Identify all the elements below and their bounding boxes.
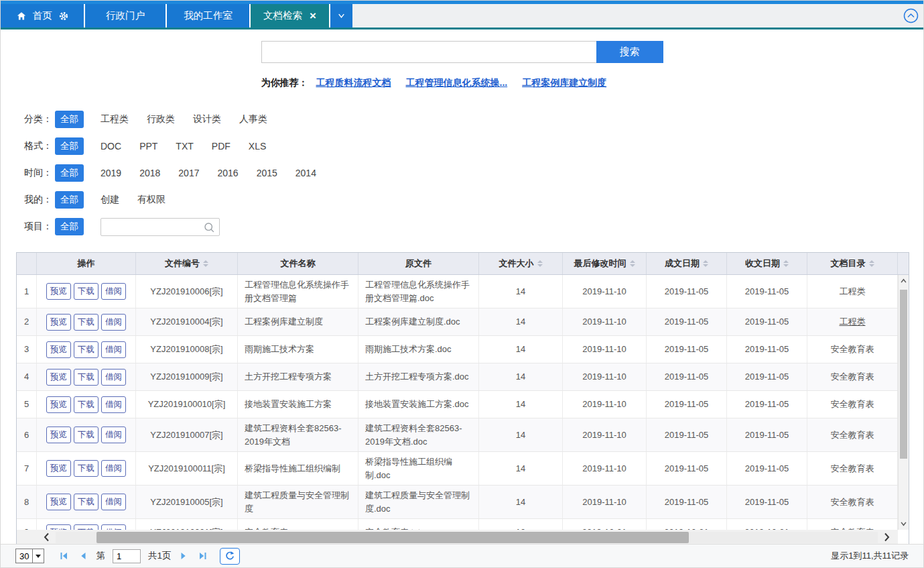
preview-button[interactable]: 预览 [46, 314, 71, 331]
recommend-link[interactable]: 工程管理信息化系统操... [406, 77, 508, 88]
filter-option[interactable]: 工程类 [101, 113, 129, 125]
borrow-button[interactable]: 借阅 [101, 314, 126, 331]
page-number-input[interactable] [113, 549, 141, 563]
sort-icon[interactable] [537, 260, 543, 267]
first-page-button[interactable] [57, 551, 70, 561]
filter-option[interactable]: 人事类 [239, 113, 267, 125]
collapse-toolbar-button[interactable] [903, 8, 919, 23]
preview-button[interactable]: 预览 [46, 341, 71, 358]
column-header[interactable]: 最后修改时间 [563, 253, 647, 274]
filter-option[interactable]: 创建 [101, 194, 119, 206]
sort-icon[interactable] [869, 260, 874, 267]
download-button[interactable]: 下载 [74, 396, 98, 413]
cell-file-number: YZJ2019100010[宗] [136, 391, 238, 418]
preview-button[interactable]: 预览 [46, 369, 71, 386]
last-page-button[interactable] [196, 551, 210, 561]
filter-option[interactable]: TXT [176, 141, 193, 152]
sort-icon[interactable] [783, 260, 789, 267]
row-actions: 预览下载借阅 [37, 391, 136, 418]
filter-option[interactable]: 2017 [178, 168, 199, 178]
download-button[interactable]: 下载 [74, 524, 98, 530]
close-icon[interactable]: × [310, 10, 316, 21]
borrow-button[interactable]: 借阅 [101, 460, 126, 477]
refresh-button[interactable] [220, 548, 240, 565]
column-header[interactable]: 收文日期 [727, 253, 807, 274]
preview-button[interactable]: 预览 [46, 283, 71, 300]
borrow-button[interactable]: 借阅 [101, 494, 126, 510]
horizontal-scrollbar[interactable] [17, 530, 898, 545]
scroll-right-icon[interactable] [883, 532, 891, 543]
prev-page-button[interactable] [76, 551, 90, 561]
cell-directory[interactable]: 工程类 [807, 308, 898, 335]
scroll-left-icon[interactable] [42, 532, 50, 543]
filter-option-all-selected[interactable]: 全部 [55, 191, 84, 209]
borrow-button[interactable]: 借阅 [101, 427, 126, 443]
cell-file-size: 14 [479, 452, 563, 485]
filter-option[interactable]: XLS [249, 141, 266, 152]
preview-button[interactable]: 预览 [46, 524, 71, 530]
recommend-link[interactable]: 工程案例库建立制度 [522, 77, 606, 88]
project-filter-input[interactable] [101, 218, 220, 236]
borrow-button[interactable]: 借阅 [101, 396, 126, 413]
search-button[interactable]: 搜索 [596, 41, 663, 63]
search-input[interactable] [261, 41, 596, 63]
filter-option[interactable]: 2016 [217, 168, 238, 178]
download-button[interactable]: 下载 [74, 369, 98, 386]
scroll-down-icon[interactable] [899, 518, 909, 530]
tab-list-dropdown[interactable] [330, 4, 352, 27]
vertical-scrollbar[interactable] [898, 275, 909, 530]
sort-icon[interactable] [203, 260, 208, 267]
chevron-down-icon [336, 11, 346, 21]
filter-option[interactable]: 2019 [101, 168, 121, 178]
gear-icon[interactable] [58, 11, 69, 21]
filter-option[interactable]: PDF [212, 141, 230, 152]
preview-button[interactable]: 预览 [46, 396, 71, 413]
tab-home[interactable]: 首页 [1, 4, 85, 27]
filter-option[interactable]: 2014 [295, 168, 316, 178]
column-header[interactable]: 成文日期 [647, 253, 727, 274]
horizontal-scroll-track[interactable] [56, 532, 878, 543]
download-button[interactable]: 下载 [74, 460, 98, 477]
vertical-scroll-track[interactable] [899, 287, 909, 518]
borrow-button[interactable]: 借阅 [101, 524, 126, 530]
filter-option[interactable]: 2015 [257, 168, 277, 178]
filter-option[interactable]: 行政类 [147, 113, 175, 125]
preview-button[interactable]: 预览 [46, 427, 71, 443]
filter-option[interactable]: PPT [139, 141, 157, 152]
sort-icon[interactable] [703, 260, 708, 267]
vertical-scroll-thumb[interactable] [900, 290, 907, 459]
horizontal-scroll-thumb[interactable] [96, 532, 688, 543]
page-size-select[interactable]: 30 [15, 549, 44, 563]
borrow-button[interactable]: 借阅 [101, 369, 126, 386]
download-button[interactable]: 下载 [74, 314, 98, 331]
row-actions: 预览下载借阅 [37, 486, 136, 518]
column-header[interactable]: 文件编号 [136, 253, 238, 274]
filter-option-all-selected[interactable]: 全部 [55, 111, 84, 128]
borrow-button[interactable]: 借阅 [101, 283, 126, 300]
tab-admin-portal[interactable]: 行政门户 [85, 4, 167, 27]
filter-option[interactable]: 设计类 [193, 113, 221, 125]
tab-document-search[interactable]: 文档检索 × [251, 4, 330, 27]
download-button[interactable]: 下载 [74, 494, 98, 510]
next-page-button[interactable] [177, 551, 190, 561]
filter-option-all-selected[interactable]: 全部 [55, 137, 84, 155]
scroll-up-icon[interactable] [899, 275, 909, 287]
preview-button[interactable]: 预览 [46, 460, 71, 477]
download-button[interactable]: 下载 [74, 427, 98, 443]
sort-icon[interactable] [630, 260, 635, 267]
column-header[interactable]: 文件大小 [479, 253, 563, 274]
filter-option[interactable]: 2018 [139, 168, 160, 178]
borrow-button[interactable]: 借阅 [101, 341, 126, 358]
tab-my-workspace[interactable]: 我的工作室 [167, 4, 251, 27]
cell-directory: 工程类 [807, 275, 898, 308]
filter-option[interactable]: DOC [101, 141, 121, 152]
download-button[interactable]: 下载 [74, 283, 98, 300]
column-header[interactable]: 文档目录 [807, 253, 898, 274]
filter-option-all-selected[interactable]: 全部 [55, 164, 84, 182]
preview-button[interactable]: 预览 [46, 494, 71, 510]
download-button[interactable]: 下载 [74, 341, 98, 358]
filter-option[interactable]: 有权限 [137, 194, 166, 206]
row-number: 5 [17, 391, 37, 418]
filter-option-all-selected[interactable]: 全部 [55, 218, 84, 235]
recommend-link[interactable]: 工程质料流程文档 [316, 77, 391, 88]
